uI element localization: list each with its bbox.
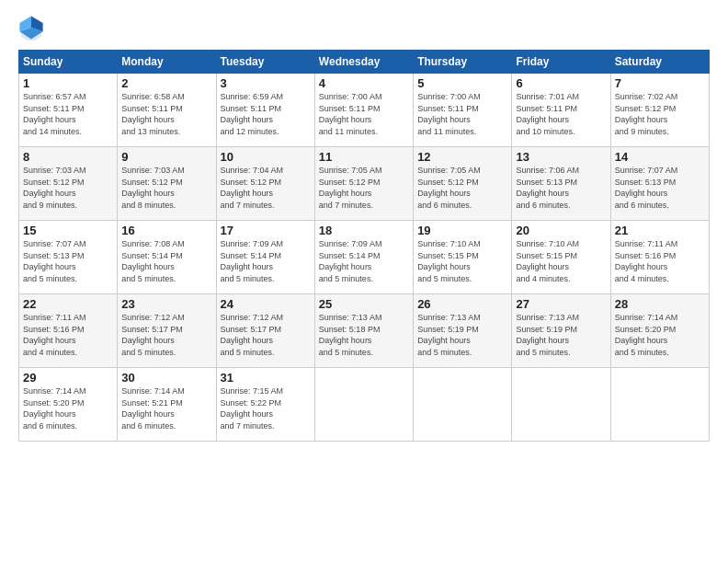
- day-number: 7: [615, 76, 705, 90]
- logo: [18, 15, 48, 40]
- calendar-cell: 20 Sunrise: 7:10 AM Sunset: 5:15 PM Dayl…: [512, 221, 610, 294]
- calendar-cell: 11 Sunrise: 7:05 AM Sunset: 5:12 PM Dayl…: [314, 147, 413, 221]
- day-number: 15: [23, 224, 113, 237]
- day-info: Sunrise: 7:02 AM Sunset: 5:12 PM Dayligh…: [615, 91, 705, 137]
- day-info: Sunrise: 7:10 AM Sunset: 5:15 PM Dayligh…: [516, 238, 606, 284]
- day-number: 12: [417, 150, 507, 164]
- calendar-cell: [414, 368, 512, 442]
- calendar-cell: 7 Sunrise: 7:02 AM Sunset: 5:12 PM Dayli…: [610, 74, 709, 147]
- day-info: Sunrise: 7:13 AM Sunset: 5:19 PM Dayligh…: [417, 312, 507, 358]
- day-number: 16: [121, 224, 211, 237]
- calendar-cell: 9 Sunrise: 7:03 AM Sunset: 5:12 PM Dayli…: [118, 147, 216, 221]
- calendar-cell: 10 Sunrise: 7:04 AM Sunset: 5:12 PM Dayl…: [216, 147, 314, 221]
- calendar-cell: 13 Sunrise: 7:06 AM Sunset: 5:13 PM Dayl…: [512, 147, 610, 221]
- day-number: 31: [221, 371, 311, 385]
- calendar-cell: 30 Sunrise: 7:14 AM Sunset: 5:21 PM Dayl…: [118, 368, 216, 442]
- day-info: Sunrise: 7:03 AM Sunset: 5:12 PM Dayligh…: [23, 165, 113, 211]
- day-number: 8: [23, 150, 113, 164]
- calendar-cell: [314, 368, 413, 442]
- calendar-cell: 22 Sunrise: 7:11 AM Sunset: 5:16 PM Dayl…: [19, 294, 118, 368]
- calendar-cell: 3 Sunrise: 6:59 AM Sunset: 5:11 PM Dayli…: [216, 74, 314, 147]
- calendar-cell: 1 Sunrise: 6:57 AM Sunset: 5:11 PM Dayli…: [19, 74, 118, 147]
- day-number: 27: [516, 297, 606, 311]
- calendar-cell: 17 Sunrise: 7:09 AM Sunset: 5:14 PM Dayl…: [216, 221, 314, 294]
- day-number: 28: [615, 297, 705, 311]
- day-info: Sunrise: 7:14 AM Sunset: 5:20 PM Dayligh…: [23, 385, 113, 431]
- day-number: 17: [221, 224, 311, 237]
- calendar-cell: 12 Sunrise: 7:05 AM Sunset: 5:12 PM Dayl…: [414, 147, 512, 221]
- day-info: Sunrise: 6:59 AM Sunset: 5:11 PM Dayligh…: [221, 91, 311, 137]
- day-info: Sunrise: 7:07 AM Sunset: 5:13 PM Dayligh…: [23, 238, 113, 284]
- day-info: Sunrise: 7:01 AM Sunset: 5:11 PM Dayligh…: [516, 91, 606, 137]
- calendar-cell: 19 Sunrise: 7:10 AM Sunset: 5:15 PM Dayl…: [414, 221, 512, 294]
- day-info: Sunrise: 7:09 AM Sunset: 5:14 PM Dayligh…: [221, 238, 311, 284]
- weekday-header: Thursday: [414, 51, 512, 74]
- calendar-cell: [610, 368, 709, 442]
- day-number: 20: [516, 224, 606, 237]
- day-number: 21: [615, 224, 705, 237]
- day-info: Sunrise: 7:08 AM Sunset: 5:14 PM Dayligh…: [121, 238, 211, 284]
- day-number: 2: [121, 76, 211, 90]
- day-info: Sunrise: 7:15 AM Sunset: 5:22 PM Dayligh…: [221, 385, 311, 431]
- calendar-week-row: 1 Sunrise: 6:57 AM Sunset: 5:11 PM Dayli…: [19, 74, 710, 147]
- calendar-cell: 25 Sunrise: 7:13 AM Sunset: 5:18 PM Dayl…: [314, 294, 413, 368]
- calendar-cell: 8 Sunrise: 7:03 AM Sunset: 5:12 PM Dayli…: [19, 147, 118, 221]
- day-info: Sunrise: 7:11 AM Sunset: 5:16 PM Dayligh…: [615, 238, 705, 284]
- day-info: Sunrise: 7:04 AM Sunset: 5:12 PM Dayligh…: [221, 165, 311, 211]
- day-number: 14: [615, 150, 705, 164]
- day-number: 19: [417, 224, 507, 237]
- day-number: 5: [417, 76, 507, 90]
- day-info: Sunrise: 7:14 AM Sunset: 5:20 PM Dayligh…: [615, 312, 705, 358]
- calendar-week-row: 29 Sunrise: 7:14 AM Sunset: 5:20 PM Dayl…: [19, 368, 710, 442]
- calendar-cell: [512, 368, 610, 442]
- calendar-cell: 27 Sunrise: 7:13 AM Sunset: 5:19 PM Dayl…: [512, 294, 610, 368]
- calendar-cell: 15 Sunrise: 7:07 AM Sunset: 5:13 PM Dayl…: [19, 221, 118, 294]
- calendar-cell: 24 Sunrise: 7:12 AM Sunset: 5:17 PM Dayl…: [216, 294, 314, 368]
- day-number: 18: [319, 224, 409, 237]
- header: [18, 15, 710, 40]
- day-number: 3: [221, 76, 311, 90]
- day-number: 29: [23, 371, 113, 385]
- day-number: 23: [121, 297, 211, 311]
- day-number: 13: [516, 150, 606, 164]
- day-info: Sunrise: 7:00 AM Sunset: 5:11 PM Dayligh…: [417, 91, 507, 137]
- calendar-header-row: SundayMondayTuesdayWednesdayThursdayFrid…: [19, 51, 710, 74]
- day-number: 10: [221, 150, 311, 164]
- calendar-cell: 31 Sunrise: 7:15 AM Sunset: 5:22 PM Dayl…: [216, 368, 314, 442]
- calendar-week-row: 8 Sunrise: 7:03 AM Sunset: 5:12 PM Dayli…: [19, 147, 710, 221]
- calendar-cell: 16 Sunrise: 7:08 AM Sunset: 5:14 PM Dayl…: [118, 221, 216, 294]
- calendar-week-row: 15 Sunrise: 7:07 AM Sunset: 5:13 PM Dayl…: [19, 221, 710, 294]
- calendar-cell: 6 Sunrise: 7:01 AM Sunset: 5:11 PM Dayli…: [512, 74, 610, 147]
- day-number: 30: [121, 371, 211, 385]
- day-number: 6: [516, 76, 606, 90]
- calendar-cell: 23 Sunrise: 7:12 AM Sunset: 5:17 PM Dayl…: [118, 294, 216, 368]
- calendar-cell: 26 Sunrise: 7:13 AM Sunset: 5:19 PM Dayl…: [414, 294, 512, 368]
- day-number: 22: [23, 297, 113, 311]
- weekday-header: Sunday: [19, 51, 118, 74]
- day-info: Sunrise: 7:10 AM Sunset: 5:15 PM Dayligh…: [417, 238, 507, 284]
- page: SundayMondayTuesdayWednesdayThursdayFrid…: [0, 0, 728, 563]
- day-number: 11: [319, 150, 409, 164]
- weekday-header: Friday: [512, 51, 610, 74]
- day-number: 24: [221, 297, 311, 311]
- day-info: Sunrise: 7:11 AM Sunset: 5:16 PM Dayligh…: [23, 312, 113, 358]
- day-info: Sunrise: 6:57 AM Sunset: 5:11 PM Dayligh…: [23, 91, 113, 137]
- calendar-cell: 4 Sunrise: 7:00 AM Sunset: 5:11 PM Dayli…: [314, 74, 413, 147]
- calendar-cell: 14 Sunrise: 7:07 AM Sunset: 5:13 PM Dayl…: [610, 147, 709, 221]
- weekday-header: Tuesday: [216, 51, 314, 74]
- weekday-header: Monday: [118, 51, 216, 74]
- logo-icon: [18, 15, 44, 40]
- weekday-header: Wednesday: [314, 51, 413, 74]
- day-info: Sunrise: 7:12 AM Sunset: 5:17 PM Dayligh…: [121, 312, 211, 358]
- weekday-header: Saturday: [610, 51, 709, 74]
- day-number: 26: [417, 297, 507, 311]
- calendar-week-row: 22 Sunrise: 7:11 AM Sunset: 5:16 PM Dayl…: [19, 294, 710, 368]
- day-info: Sunrise: 7:12 AM Sunset: 5:17 PM Dayligh…: [221, 312, 311, 358]
- day-info: Sunrise: 7:03 AM Sunset: 5:12 PM Dayligh…: [121, 165, 211, 211]
- calendar-cell: 18 Sunrise: 7:09 AM Sunset: 5:14 PM Dayl…: [314, 221, 413, 294]
- day-info: Sunrise: 6:58 AM Sunset: 5:11 PM Dayligh…: [121, 91, 211, 137]
- day-info: Sunrise: 7:05 AM Sunset: 5:12 PM Dayligh…: [417, 165, 507, 211]
- day-info: Sunrise: 7:00 AM Sunset: 5:11 PM Dayligh…: [319, 91, 409, 137]
- calendar-cell: 28 Sunrise: 7:14 AM Sunset: 5:20 PM Dayl…: [610, 294, 709, 368]
- calendar-cell: 2 Sunrise: 6:58 AM Sunset: 5:11 PM Dayli…: [118, 74, 216, 147]
